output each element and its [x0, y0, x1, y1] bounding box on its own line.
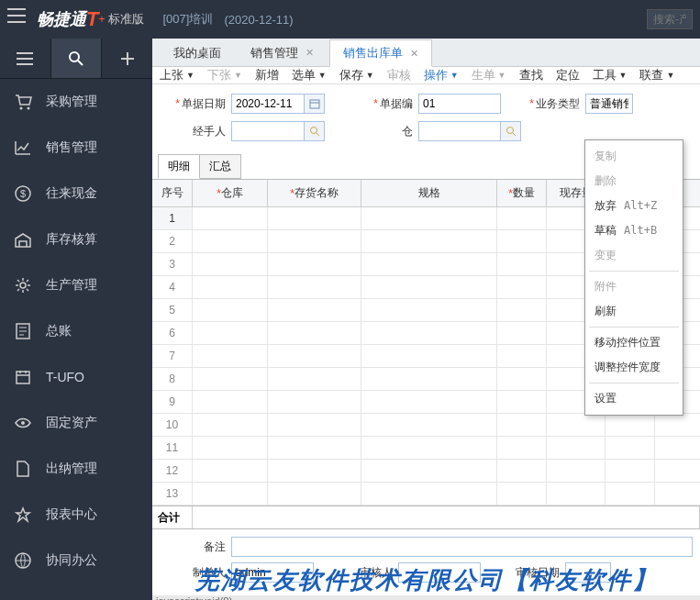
cell[interactable] [547, 483, 606, 505]
cell[interactable] [361, 483, 497, 505]
cell[interactable] [497, 299, 547, 321]
cell[interactable] [361, 460, 497, 482]
cell[interactable] [606, 437, 655, 459]
cell[interactable] [606, 483, 655, 505]
cell[interactable] [361, 207, 497, 229]
cell[interactable] [497, 391, 547, 413]
sidebar-item-production[interactable]: 生产管理 [0, 262, 152, 308]
cell[interactable] [193, 368, 268, 390]
cell[interactable] [497, 414, 547, 436]
toolbar-prev[interactable]: 上张▼ [160, 67, 194, 83]
cell[interactable] [361, 368, 497, 390]
cell[interactable] [268, 322, 361, 344]
dropdown-attach[interactable]: 附件 [585, 274, 683, 299]
cell[interactable] [193, 299, 268, 321]
cell[interactable] [193, 414, 268, 436]
toolbar-new[interactable]: 新增 [255, 67, 279, 83]
tab-sales-outbound[interactable]: 销售出库单✕ [329, 39, 432, 67]
cell[interactable] [547, 460, 606, 482]
cell[interactable] [606, 414, 655, 436]
cell[interactable] [268, 437, 361, 459]
cell[interactable] [268, 230, 361, 252]
cell[interactable] [193, 276, 268, 298]
col-warehouse[interactable]: *仓库 [193, 180, 268, 206]
col-inv-name[interactable]: *存货名称 [268, 180, 361, 206]
cell[interactable] [547, 414, 606, 436]
cell[interactable] [268, 391, 361, 413]
cell[interactable] [497, 460, 547, 482]
cell[interactable] [361, 299, 497, 321]
cell[interactable] [193, 207, 268, 229]
cell[interactable] [497, 345, 547, 367]
sub-tab-summary[interactable]: 汇总 [199, 154, 241, 179]
cell[interactable] [497, 322, 547, 344]
table-row[interactable]: 12 [152, 460, 700, 483]
dropdown-delete[interactable]: 删除 [585, 169, 683, 194]
cell[interactable] [193, 345, 268, 367]
doc-no-input[interactable] [418, 94, 501, 114]
dropdown-abandon[interactable]: 放弃Alt+Z [585, 194, 683, 218]
cell[interactable] [268, 207, 361, 229]
cell[interactable] [193, 483, 268, 505]
cell[interactable] [268, 368, 361, 390]
cell[interactable] [268, 276, 361, 298]
sidebar-item-sales[interactable]: 销售管理 [0, 125, 152, 171]
cell[interactable] [193, 253, 268, 275]
cell[interactable] [547, 437, 606, 459]
col-qty[interactable]: *数量 [497, 180, 547, 206]
cell[interactable] [361, 345, 497, 367]
col-spec[interactable]: 规格 [361, 180, 497, 206]
cell[interactable] [361, 253, 497, 275]
sidebar-item-gl[interactable]: 总账 [0, 308, 152, 354]
cell[interactable] [497, 276, 547, 298]
sidebar-collapse-icon[interactable] [0, 39, 51, 78]
lookup-icon[interactable] [305, 121, 325, 141]
cell[interactable] [361, 391, 497, 413]
toolbar-select[interactable]: 选单▼ [292, 67, 327, 83]
cell[interactable] [361, 276, 497, 298]
toolbar-next[interactable]: 下张▼ [207, 67, 242, 83]
toolbar-audit[interactable]: 审核 [387, 67, 411, 83]
cell[interactable] [268, 345, 361, 367]
dropdown-refresh[interactable]: 刷新 [585, 299, 683, 324]
toolbar-tools[interactable]: 工具▼ [593, 67, 628, 83]
tab-desktop[interactable]: 我的桌面 [160, 39, 235, 66]
calendar-icon[interactable] [305, 94, 325, 114]
tab-sales-mgmt[interactable]: 销售管理✕ [237, 39, 328, 66]
sidebar-item-inventory[interactable]: 库存核算 [0, 217, 152, 262]
cell[interactable] [193, 322, 268, 344]
toolbar-make[interactable]: 生单▼ [472, 67, 506, 83]
cell[interactable] [497, 437, 547, 459]
cell[interactable] [268, 460, 361, 482]
cell[interactable] [606, 460, 655, 482]
sidebar-item-cash[interactable]: $往来现金 [0, 171, 152, 217]
table-row[interactable]: 13 [152, 483, 700, 506]
hamburger-icon[interactable] [7, 8, 29, 30]
sidebar-item-fixedasset[interactable]: 固定资产 [0, 400, 152, 446]
global-search-input[interactable] [647, 9, 693, 29]
cell[interactable] [193, 437, 268, 459]
cell[interactable] [193, 230, 268, 252]
table-row[interactable]: 10 [152, 414, 700, 437]
cell[interactable] [268, 414, 361, 436]
toolbar-locate[interactable]: 定位 [556, 67, 580, 83]
cell[interactable] [361, 437, 497, 459]
dropdown-change[interactable]: 变更 [585, 243, 683, 268]
cell[interactable] [268, 253, 361, 275]
dropdown-copy[interactable]: 复制 [585, 144, 683, 169]
cell[interactable] [268, 299, 361, 321]
toolbar-query[interactable]: 查找 [519, 67, 543, 83]
handler-input[interactable] [231, 121, 305, 141]
sidebar-add-icon[interactable] [102, 39, 152, 78]
cell[interactable] [497, 253, 547, 275]
sidebar-item-report[interactable]: 报表中心 [0, 492, 152, 538]
toolbar-link[interactable]: 联查▼ [639, 67, 674, 83]
cell[interactable] [497, 483, 547, 505]
dropdown-move-pos[interactable]: 移动控件位置 [585, 330, 683, 355]
col-seq[interactable]: 序号 [152, 180, 193, 206]
sidebar-item-collab[interactable]: 协同办公 [0, 538, 152, 583]
sub-tab-detail[interactable]: 明细 [158, 154, 200, 179]
cell[interactable] [268, 483, 361, 505]
toolbar-save[interactable]: 保存▼ [339, 67, 374, 83]
toolbar-operate[interactable]: 操作▼ [424, 67, 459, 83]
